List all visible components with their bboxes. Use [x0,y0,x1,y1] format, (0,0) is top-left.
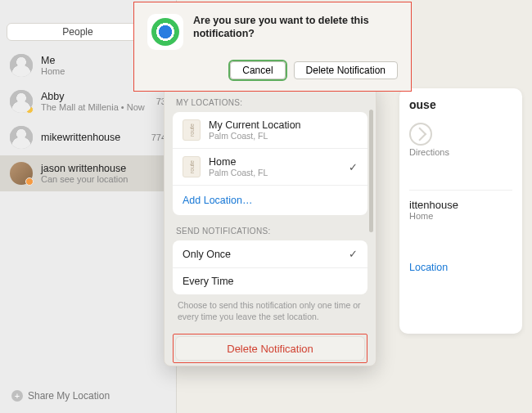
frequency-label: Only Once [183,249,231,260]
person-detail-card: ouse Directions ittenhouse Home Location [399,88,522,334]
dialog-title: Are you sure you want to delete this not… [193,14,398,41]
person-mike[interactable]: mikewrittenhouse 774 [0,119,176,155]
frequency-row-every[interactable]: Every Time [173,267,367,294]
status-badge [25,177,34,186]
card-sub: Home [409,211,512,221]
location-name: Home [209,156,268,168]
avatar [10,54,33,77]
location-icon: route [183,156,201,177]
notification-settings-panel: MY LOCATIONS: route My Current Location … [164,84,376,366]
delete-notification-button[interactable]: Delete Notification [175,336,365,361]
location-row[interactable]: route Home Palm Coast, FL ✓ [173,148,367,185]
checkmark-icon: ✓ [349,161,358,173]
findmy-app-icon [147,14,183,50]
avatar [10,90,33,113]
card-title: ouse [409,98,512,111]
person-name: jason writtenhouse [41,163,128,174]
share-label: Share My Location [28,390,110,402]
add-location-button[interactable]: Add Location… [173,185,367,215]
directions-label: Directions [409,147,512,157]
location-sub: Palm Coast, FL [209,131,301,141]
person-name: Abby [41,91,148,102]
plus-icon: + [11,390,23,402]
cancel-button[interactable]: Cancel [230,61,285,79]
person-sub: Can see your location [41,174,128,184]
location-sub: Palm Coast, FL [209,168,268,177]
confirm-dialog: Are you sure you want to delete this not… [133,2,412,92]
locations-list: route My Current Location Palm Coast, FL… [173,112,367,215]
frequency-list: Only Once ✓ Every Time [173,240,367,294]
person-name: mikewrittenhouse [41,132,143,143]
person-sub: Home [41,66,65,76]
avatar [10,162,33,185]
location-name: My Current Location [209,119,301,131]
card-name: ittenhouse [409,199,512,211]
frequency-label: Every Time [183,276,234,287]
location-icon: route [183,119,201,141]
scrollbar[interactable] [369,110,373,232]
avatar [10,126,33,149]
checkmark-icon: ✓ [349,248,358,260]
location-row[interactable]: route My Current Location Palm Coast, FL [173,112,367,148]
send-section-label: SEND NOTIFICATIONS: [176,227,364,236]
person-jason[interactable]: jason writtenhouse Can see your location [0,155,176,191]
directions-icon[interactable] [409,123,432,146]
person-name: Me [41,55,65,66]
frequency-help-text: Choose to send this notification only on… [173,294,367,330]
share-my-location[interactable]: + Share My Location [11,390,110,402]
location-link[interactable]: Location [409,262,512,273]
person-sub: The Mall at Millenia • Now [41,102,148,112]
frequency-row-once[interactable]: Only Once ✓ [173,240,367,267]
confirm-delete-button[interactable]: Delete Notification [294,61,398,79]
status-badge [25,105,34,114]
locations-section-label: MY LOCATIONS: [176,98,364,107]
delete-highlight: Delete Notification [173,334,367,363]
tab-people[interactable]: People [7,24,148,40]
